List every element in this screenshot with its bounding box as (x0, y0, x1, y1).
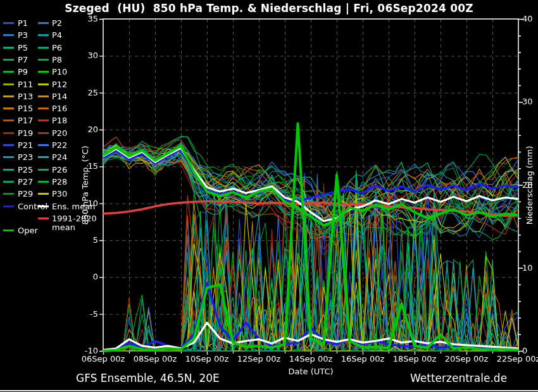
legend-swatch-p5 (3, 47, 14, 49)
legend-swatch-p22 (38, 144, 49, 146)
legend-swatch-p29 (3, 193, 14, 195)
legend-label-p7: P7 (18, 56, 28, 64)
legend-label-p5: P5 (18, 44, 28, 52)
x-tick-14: 20Sep 00z (440, 354, 493, 364)
legend-swatch-p12 (38, 83, 49, 85)
legend-swatch-p21 (3, 144, 14, 146)
legend-label-p6: P6 (52, 44, 62, 52)
legend-swatch-p25 (3, 169, 14, 171)
legend-swatch-ens-mean (38, 205, 49, 207)
legend-swatch-p24 (38, 156, 49, 158)
legend-label-p2: P2 (52, 19, 62, 28)
x-tick-2: 08Sep 00z (128, 354, 182, 364)
legend-swatch-p2 (38, 22, 49, 24)
legend-label-p10: P10 (52, 68, 67, 77)
legend-swatch-p26 (38, 169, 49, 171)
y-left-tick-25: 25 (77, 88, 98, 97)
x-tick-0: 06Sep 00z (77, 354, 130, 364)
y-left-tick-0: 0 (77, 272, 98, 281)
weather-ensemble-page: Szeged (HU) 850 hPa Temp. & Niederschlag… (0, 0, 538, 392)
legend-label-p4: P4 (52, 31, 62, 40)
legend-swatch-p28 (38, 181, 49, 183)
y-right-tick-10: 10 (522, 263, 533, 273)
legend-label-p17: P17 (18, 116, 33, 125)
legend-label-p26: P26 (52, 166, 67, 175)
legend-label-p12: P12 (52, 80, 67, 89)
legend-label-p20: P20 (52, 129, 67, 138)
legend-label-p11: P11 (18, 80, 33, 89)
legend-swatch-p7 (3, 59, 14, 61)
legend-swatch-p23 (3, 156, 14, 158)
legend-label-p28: P28 (52, 178, 67, 187)
legend-label-p18: P18 (52, 116, 67, 125)
legend-label-p23: P23 (18, 153, 33, 162)
legend-label-p3: P3 (18, 31, 28, 40)
legend-label-p9: P9 (18, 68, 28, 77)
legend-label-p15: P15 (18, 104, 33, 113)
legend-swatch-p3 (3, 34, 14, 36)
legend-swatch-p30 (38, 193, 49, 195)
model-info-label: GFS Ensemble, 46.5N, 20E (76, 372, 220, 384)
legend-label-p27: P27 (18, 178, 33, 187)
x-tick-12: 18Sep 00z (388, 354, 441, 364)
x-tick-4: 10Sep 00z (180, 354, 234, 364)
legend-swatch-p4 (38, 34, 49, 36)
legend-swatch-p15 (3, 107, 14, 109)
page-title: Szeged (HU) 850 hPa Temp. & Niederschlag… (0, 2, 538, 15)
brand-label: Wetterzentrale.de (410, 372, 507, 384)
legend-label-p24: P24 (52, 153, 67, 162)
legend-swatch-control (3, 205, 14, 207)
legend-swatch-p14 (38, 95, 49, 97)
legend-swatch-p8 (38, 59, 49, 61)
legend-label-p1: P1 (18, 19, 28, 28)
y-left-tick-35: 35 (77, 14, 98, 23)
legend-label-p13: P13 (18, 92, 33, 101)
legend-label-p29: P29 (18, 190, 33, 199)
legend-swatch-p9 (3, 71, 14, 73)
x-tick-6: 12Sep 00z (232, 354, 285, 364)
legend-label-p25: P25 (18, 166, 33, 175)
legend-swatch-p19 (3, 132, 14, 134)
y-left-tick-5: 5 (77, 235, 98, 245)
legend-label-1991-2020-mean: 1991-2020 mean (52, 214, 97, 232)
legend-swatch-1991-2020-mean (38, 217, 49, 219)
legend-swatch-p27 (3, 181, 14, 183)
legend-label-p22: P22 (52, 141, 67, 150)
y-right-tick-30: 30 (522, 97, 533, 106)
legend-swatch-p16 (38, 107, 49, 109)
legend-swatch-oper (3, 230, 14, 231)
x-tick-16: 22Sep 00z (492, 354, 538, 364)
legend-label-oper: Oper (18, 226, 38, 235)
y-left-tick-20: 20 (77, 125, 98, 134)
y-right-tick-40: 40 (522, 14, 533, 23)
x-tick-8: 14Sep 00z (284, 354, 337, 364)
legend-swatch-p18 (38, 119, 49, 121)
legend-swatch-p6 (38, 47, 49, 49)
legend-label-p21: P21 (18, 141, 33, 150)
y-axis-right-title: Niederschlag (mm) (525, 146, 534, 225)
legend-label-p8: P8 (52, 56, 62, 64)
legend-swatch-p13 (3, 95, 14, 97)
legend-label-p19: P19 (18, 129, 33, 138)
legend-label-p16: P16 (52, 104, 67, 113)
legend-swatch-p11 (3, 83, 14, 85)
y-axis-left-title: 850 hPa Temp. (°C) (80, 145, 90, 224)
legend-swatch-p1 (3, 22, 14, 24)
bottom-border (0, 390, 538, 391)
legend-swatch-p10 (38, 71, 49, 73)
x-tick-10: 16Sep 00z (336, 354, 389, 364)
y-left-tick-30: 30 (77, 51, 98, 60)
legend-label-p30: P30 (52, 190, 67, 199)
legend-swatch-p20 (38, 132, 49, 134)
y-left-tick--5: -5 (77, 309, 98, 319)
legend-swatch-p17 (3, 119, 14, 121)
legend-label-p14: P14 (52, 92, 67, 101)
